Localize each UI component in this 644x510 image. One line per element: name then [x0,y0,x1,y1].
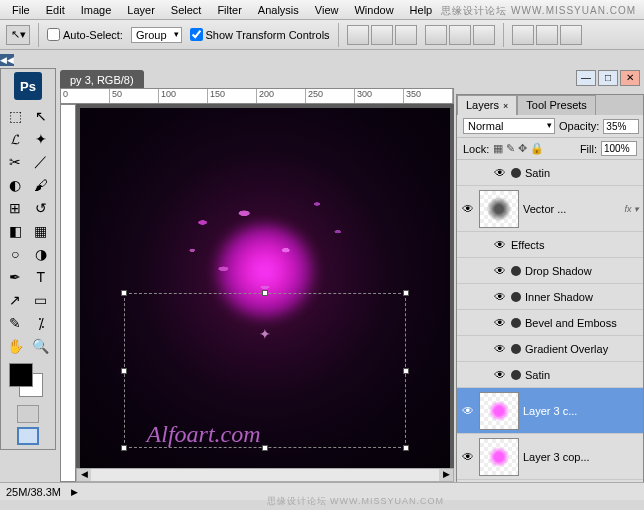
lock-all-icon[interactable]: 🔒 [530,142,544,155]
align-btn[interactable] [473,25,495,45]
effect-row[interactable]: 👁Satin [457,362,643,388]
tab-tool-presets[interactable]: Tool Presets [517,95,596,115]
history-brush-tool[interactable]: ↺ [29,197,54,219]
dist-btn[interactable] [512,25,534,45]
screen-mode[interactable] [1,425,55,447]
visibility-icon[interactable]: 👁 [493,342,507,356]
show-transform-check[interactable]: Show Transform Controls [190,28,330,41]
align-btn[interactable] [449,25,471,45]
menu-file[interactable]: File [4,4,38,16]
fg-color[interactable] [9,363,33,387]
effect-row[interactable]: 👁 Satin [457,160,643,186]
menu-select[interactable]: Select [163,4,210,16]
hand-tool[interactable]: ✋ [3,335,28,357]
status-menu-icon[interactable]: ▶ [71,487,78,497]
menu-analysis[interactable]: Analysis [250,4,307,16]
wand-tool[interactable]: ✦ [29,128,54,150]
dist-btn[interactable] [536,25,558,45]
gradient-tool[interactable]: ▦ [29,220,54,242]
transform-handle[interactable] [403,445,409,451]
tab-layers[interactable]: Layers× [457,95,517,115]
maximize-button[interactable]: □ [598,70,618,86]
scroll-left-icon[interactable]: ◀ [77,469,91,481]
transform-handle[interactable] [121,290,127,296]
fx-badge-icon[interactable]: fx ▾ [624,204,639,214]
zoom-tool[interactable]: 🔍 [29,335,54,357]
layer-thumb[interactable] [479,438,519,476]
show-transform-checkbox[interactable] [190,28,203,41]
align-btn[interactable] [425,25,447,45]
transform-handle[interactable] [403,290,409,296]
path-select-tool[interactable]: ↗ [3,289,28,311]
transform-center-icon[interactable]: ✦ [259,326,271,338]
transform-handle[interactable] [121,445,127,451]
effect-row[interactable]: 👁Inner Shadow [457,284,643,310]
effects-header[interactable]: 👁 Effects [457,232,643,258]
move-tool[interactable]: ↖ [29,105,54,127]
menu-image[interactable]: Image [73,4,120,16]
menu-layer[interactable]: Layer [119,4,163,16]
brush-tool[interactable]: 🖌 [29,174,54,196]
layer-thumb[interactable] [479,392,519,430]
document-tab[interactable]: py 3, RGB/8) [60,70,144,90]
effect-row[interactable]: 👁Drop Shadow [457,258,643,284]
lock-brush-icon[interactable]: ✎ [506,142,515,155]
menu-help[interactable]: Help [402,4,441,16]
visibility-icon[interactable]: 👁 [493,166,507,180]
visibility-icon[interactable]: 👁 [493,368,507,382]
pen-tool[interactable]: ✒ [3,266,28,288]
slice-tool[interactable]: ／ [29,151,54,173]
heal-tool[interactable]: ◐ [3,174,28,196]
transform-handle[interactable] [121,368,127,374]
align-btn[interactable] [395,25,417,45]
dodge-tool[interactable]: ◑ [29,243,54,265]
layer-thumb[interactable] [479,190,519,228]
lock-pixels-icon[interactable]: ▦ [493,142,503,155]
blend-mode-dropdown[interactable]: Normal [463,118,555,134]
lasso-tool[interactable]: 𝓛 [3,128,28,150]
visibility-icon[interactable]: 👁 [493,316,507,330]
auto-select-checkbox[interactable] [47,28,60,41]
layer-row-selected[interactable]: 👁 Layer 3 c... [457,388,643,434]
close-icon[interactable]: × [503,101,508,111]
fill-input[interactable] [601,141,637,156]
minimize-button[interactable]: ― [576,70,596,86]
menu-edit[interactable]: Edit [38,4,73,16]
opacity-input[interactable] [603,119,639,134]
canvas-area[interactable]: ✦ Alfoart.com [76,104,454,482]
shape-tool[interactable]: ▭ [29,289,54,311]
visibility-icon[interactable]: 👁 [493,238,507,252]
transform-handle[interactable] [262,290,268,296]
auto-select-dropdown[interactable]: Group [131,27,182,43]
collapse-handle[interactable]: ◀◀ [0,54,14,66]
menu-window[interactable]: Window [346,4,401,16]
layer-row[interactable]: 👁 Vector ... fx ▾ [457,186,643,232]
eraser-tool[interactable]: ◧ [3,220,28,242]
layer-row[interactable]: 👁 Layer 3 cop... [457,434,643,480]
dist-btn[interactable] [560,25,582,45]
auto-select-check[interactable]: Auto-Select: [47,28,123,41]
stamp-tool[interactable]: ⊞ [3,197,28,219]
visibility-icon[interactable]: 👁 [493,264,507,278]
lock-move-icon[interactable]: ✥ [518,142,527,155]
eyedropper-tool[interactable]: ⁒ [29,312,54,334]
canvas[interactable]: ✦ Alfoart.com [80,108,450,478]
transform-handle[interactable] [403,368,409,374]
notes-tool[interactable]: ✎ [3,312,28,334]
blur-tool[interactable]: ○ [3,243,28,265]
visibility-icon[interactable]: 👁 [461,404,475,418]
effect-row[interactable]: 👁Bevel and Emboss [457,310,643,336]
align-btn[interactable] [347,25,369,45]
marquee-tool[interactable]: ⬚ [3,105,28,127]
color-swatch[interactable] [5,363,51,399]
visibility-icon[interactable]: 👁 [493,290,507,304]
crop-tool[interactable]: ✂ [3,151,28,173]
effect-row[interactable]: 👁Gradient Overlay [457,336,643,362]
menu-view[interactable]: View [307,4,347,16]
scroll-right-icon[interactable]: ▶ [439,469,453,481]
transform-handle[interactable] [262,445,268,451]
horizontal-scrollbar[interactable]: ◀ ▶ [76,468,454,482]
quick-mask[interactable] [1,403,55,425]
close-button[interactable]: ✕ [620,70,640,86]
visibility-icon[interactable]: 👁 [461,202,475,216]
